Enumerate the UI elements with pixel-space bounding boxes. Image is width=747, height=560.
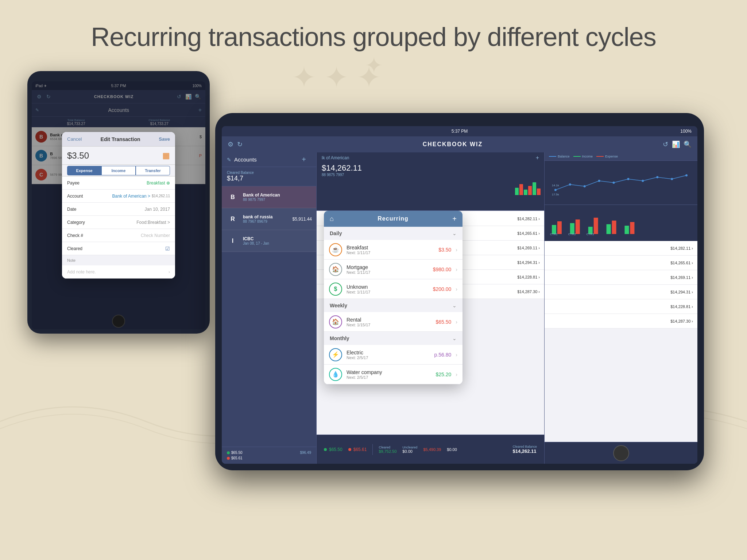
breakfast-next: Next: 1/11/17 — [347, 250, 434, 255]
svg-point-10 — [671, 178, 673, 180]
right-sync-icon[interactable]: ↻ — [237, 140, 243, 148]
right-right-tx-2[interactable]: $14,265.61 › — [545, 256, 697, 270]
svg-text:14.1k: 14.1k — [552, 184, 559, 187]
right-home-button[interactable] — [613, 445, 629, 461]
right-chart-icon[interactable]: 📊 — [672, 140, 680, 148]
income-button[interactable]: Income — [101, 166, 136, 175]
electric-info: Electric Next: 2/5/17 — [347, 350, 430, 360]
left-device: iPad ✈ 5:37 PM 100% ⚙ ↻ CHECKBOOK WIZ ↺ … — [27, 71, 210, 334]
right-home-button-area — [545, 442, 697, 464]
unknown-info: Unknown Next: 1/11/17 — [347, 284, 429, 294]
rental-name: Rental — [347, 317, 431, 323]
right-account-item-3[interactable]: I ICBC Jan 08, 17 - Jan — [222, 230, 316, 252]
right-bottom-bar: $65.50 $65.61 Cleared $9,752.50 Uncleare… — [317, 435, 544, 464]
right-panels: ✎ Accounts + Cleared Balance $14,7 B Ban… — [222, 152, 697, 464]
type-selector: Expense Income Transfer — [62, 165, 175, 176]
right-right-tx-6[interactable]: $14,287.30 › — [545, 314, 697, 328]
right-right-tx-3[interactable]: $14,269.11 › — [545, 270, 697, 285]
svg-rect-23 — [630, 222, 634, 234]
transfer-button[interactable]: Transfer — [136, 166, 170, 175]
breakfast-name: Breakfast — [347, 245, 434, 250]
payee-row[interactable]: Payee Breakfast ⊕ — [62, 176, 175, 190]
right-right-tx-5[interactable]: $14,228.81 › — [545, 299, 697, 314]
daily-label: Daily — [330, 230, 342, 236]
right-refresh-icon[interactable]: ↺ — [663, 140, 668, 148]
check-label: Check # — [67, 233, 93, 238]
daily-section-header[interactable]: Daily ⌄ — [324, 227, 462, 240]
electric-amount: p.56.80 — [434, 352, 452, 358]
right-status-center: 5:37 PM — [452, 129, 468, 134]
breakfast-recurring-item[interactable]: ☕ Breakfast Next: 1/11/17 $3.50 › — [324, 240, 462, 260]
right-line-chart: 17.5k 14.1k — [545, 161, 697, 205]
modal-header: Cancel Edit Transaction Save — [62, 132, 175, 147]
water-name: Water company — [347, 369, 431, 375]
unknown-amount: $200.00 — [433, 286, 452, 292]
electric-chevron-icon: › — [456, 352, 457, 358]
right-middle-section: lk of American + $14,262.11 88 9875 7997 — [317, 152, 544, 464]
account-row[interactable]: Account Bank of American > $14,262.11 — [62, 190, 175, 203]
right-right-tx-list: $14,282.11 › $14,265.61 › $14,269.11 › $… — [545, 241, 697, 442]
date-label: Date — [67, 207, 93, 212]
category-row[interactable]: Category Food:Breakfast > — [62, 216, 175, 229]
modal-overlay: Cancel Edit Transaction Save $3.50 ▦ Exp… — [32, 81, 205, 329]
right-right-tx-1[interactable]: $14,282.11 › — [545, 241, 697, 256]
home-icon[interactable]: ⌂ — [330, 215, 334, 223]
breakfast-info: Breakfast Next: 1/11/17 — [347, 245, 434, 255]
right-bottom-divider — [372, 444, 373, 455]
mortgage-amount: $980.00 — [433, 267, 452, 272]
mortgage-icon: 🏠 — [329, 263, 342, 276]
right-add-account-button[interactable]: + — [297, 152, 311, 167]
electric-name: Electric — [347, 350, 430, 355]
right-accounts-header: ✎ Accounts + — [222, 152, 316, 167]
recurring-modal: ⌂ Recurring + Daily ⌄ ☕ Breakfas — [324, 211, 462, 384]
svg-point-4 — [584, 185, 586, 187]
right-bank-add-button[interactable]: + — [536, 155, 539, 161]
modal-cancel-button[interactable]: Cancel — [67, 136, 82, 142]
right-account-icon-2: R — [226, 213, 239, 226]
right-total-balance-value: $14,7 — [227, 175, 311, 182]
right-bank-header: lk of American + $14,262.11 88 9875 7997 — [317, 152, 544, 211]
unknown-recurring-item[interactable]: $ Unknown Next: 1/11/17 $200.00 › — [324, 279, 462, 299]
calculator-icon[interactable]: ▦ — [162, 151, 170, 160]
rental-recurring-item[interactable]: 🏠 Rental Next: 1/15/17 $65.50 › — [324, 312, 462, 332]
note-placeholder: Add note here. — [67, 269, 169, 275]
mortgage-recurring-item[interactable]: 🏠 Mortgage Next: 1/11/17 $980.00 › — [324, 260, 462, 279]
right-settings-icon[interactable]: ⚙ — [228, 140, 233, 148]
right-bank-account-num: 88 9875 7997 — [322, 173, 539, 177]
svg-rect-21 — [612, 221, 616, 234]
water-recurring-item[interactable]: 💧 Water company Next: 2/5/17 $25.20 › — [324, 365, 462, 384]
monthly-section-header[interactable]: Monthly ⌄ — [324, 332, 462, 345]
breakfast-icon: ☕ — [329, 243, 342, 256]
breakfast-chevron-icon: › — [456, 247, 457, 253]
date-row[interactable]: Date Jan 10, 2017 — [62, 203, 175, 216]
right-status-bar: 5:37 PM 100% — [222, 126, 697, 136]
modal-save-button[interactable]: Save — [159, 136, 170, 142]
bg-decoration: ✦ ✦ ✦ ✦ — [219, 44, 547, 117]
monthly-label: Monthly — [330, 335, 349, 341]
check-number-row[interactable]: Check # Check Number — [62, 229, 175, 242]
cleared-row[interactable]: Cleared ☑ — [62, 242, 175, 255]
right-right-tx-4[interactable]: $14,294.31 › — [545, 285, 697, 299]
svg-point-6 — [613, 182, 615, 184]
unknown-name: Unknown — [347, 284, 429, 290]
right-nav-icons-left: ⚙ ↻ — [228, 140, 243, 148]
expense-button[interactable]: Expense — [67, 166, 101, 175]
right-bar-chart: CTR1 CTR2 CTR3 — [545, 205, 697, 241]
right-edit-icon[interactable]: ✎ — [227, 157, 231, 163]
svg-rect-22 — [624, 226, 629, 234]
right-account-item-1[interactable]: B Bank of American 88 9875 7997 — [222, 186, 316, 208]
note-row[interactable]: Add note here. › — [62, 265, 175, 279]
right-bottom-uncleared2: $0.00 — [447, 447, 457, 452]
right-search-icon[interactable]: 🔍 — [684, 140, 692, 148]
electric-recurring-item[interactable]: ⚡ Electric Next: 2/5/17 p.56.80 › — [324, 345, 462, 365]
svg-point-11 — [685, 174, 688, 176]
modal-title: Edit Transaction — [101, 136, 140, 142]
right-bottom-uncleared: Uncleared $0.00 — [402, 446, 417, 454]
weekly-section-header[interactable]: Weekly ⌄ — [324, 299, 462, 312]
right-bottom-income: $65.50 — [324, 447, 342, 452]
recurring-add-button[interactable]: + — [452, 215, 457, 223]
right-bottom-cb: Cleared Balance $14,262.11 — [512, 445, 537, 454]
unknown-chevron-icon: › — [456, 286, 457, 292]
right-account-item-2[interactable]: R bank of russia 88 7967 89679 $5,911.44 — [222, 208, 316, 230]
monthly-chevron-icon: ⌄ — [452, 335, 457, 341]
